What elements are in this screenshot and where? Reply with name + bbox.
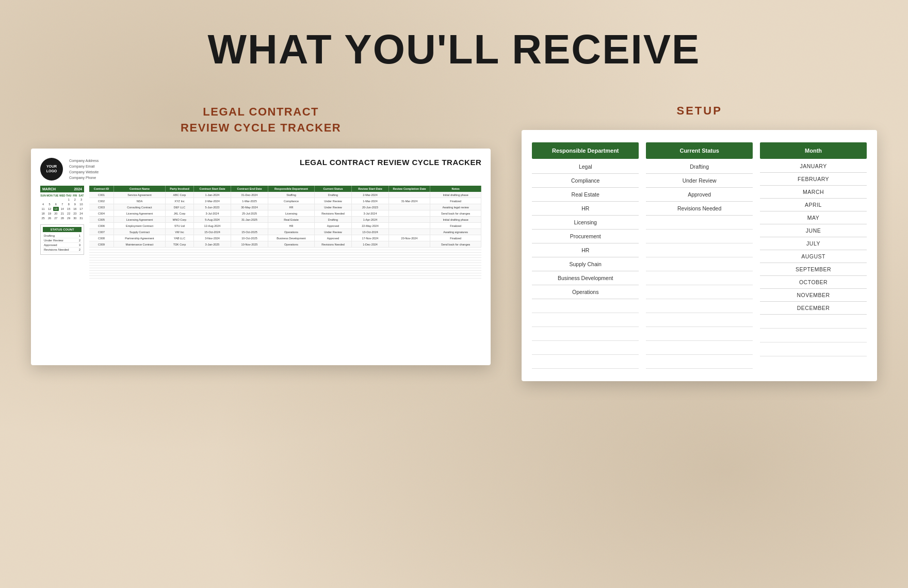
setup-card: Responsible Department Legal Compliance … <box>522 130 877 381</box>
logo: YOURLOGO <box>40 158 63 181</box>
table-header: Contract ID Contract Name Party Involved… <box>89 186 481 192</box>
table-row: C008 Partnership Agreement YAB LLC 3-Nov… <box>89 235 481 241</box>
table-row: C005 Licensing Agreement MNO Corp 5-Aug-… <box>89 217 481 223</box>
table-row: C003 Consulting Contract DEF LLC 5-Jun-2… <box>89 204 481 210</box>
table-row: C002 NDA XYZ Inc 2-Mar-2024 1-Mar-2025 C… <box>89 198 481 204</box>
company-info: Company Address Company Email Company We… <box>69 158 171 181</box>
left-subtitle: LEGAL CONTRACT REVIEW CYCLE TRACKER <box>181 104 341 136</box>
table-row: C006 Employment Contract STU Ltd 12-Aug-… <box>89 223 481 229</box>
table-row: C001 Service Agreement ABC Corp 1-Jan-20… <box>89 192 481 198</box>
calendar-grid: SUN MON TUE WED THU FRI SAT - - - - <box>40 194 84 220</box>
spreadsheet-card: YOURLOGO Company Address Company Email C… <box>31 149 491 365</box>
ss-body: MARCH 2024 SUN MON TUE WED THU FRI SAT <box>40 186 481 279</box>
status-count-box: STATUS COUNT Drafting1 Under Review2 App… <box>40 224 84 255</box>
ss-header: YOURLOGO Company Address Company Email C… <box>40 158 481 181</box>
page-wrapper: WHAT YOU'LL RECEIVE LEGAL CONTRACT REVIE… <box>0 0 908 412</box>
table-row: C004 Licensing Agreement JKL Corp 3-Jul-… <box>89 210 481 217</box>
status-column: Current Status Drafting Under Review App… <box>646 142 753 369</box>
table-row: C009 Maintenance Contract TDK Corp 3-Jan… <box>89 241 481 248</box>
content-row: LEGAL CONTRACT REVIEW CYCLE TRACKER YOUR… <box>31 104 877 381</box>
setup-subtitle: SETUP <box>676 104 722 118</box>
month-column: Month JANUARY FEBRUARY MARCH APRIL MAY J… <box>760 142 867 369</box>
main-table: Contract ID Contract Name Party Involved… <box>89 186 481 279</box>
main-title: WHAT YOU'LL RECEIVE <box>208 26 701 73</box>
dept-column: Responsible Department Legal Compliance … <box>532 142 639 369</box>
left-panel: LEGAL CONTRACT REVIEW CYCLE TRACKER YOUR… <box>31 104 491 365</box>
ss-title-block: LEGAL CONTRACT REVIEW CYCLE TRACKER <box>177 158 481 167</box>
table-row: C007 Supply Contract VW Inc 15-Oct-2024 … <box>89 229 481 235</box>
setup-columns: Responsible Department Legal Compliance … <box>532 142 867 369</box>
ss-left-col: MARCH 2024 SUN MON TUE WED THU FRI SAT <box>40 186 84 279</box>
right-panel: SETUP Responsible Department Legal Compl… <box>522 104 877 381</box>
calendar: MARCH 2024 SUN MON TUE WED THU FRI SAT <box>40 186 84 220</box>
